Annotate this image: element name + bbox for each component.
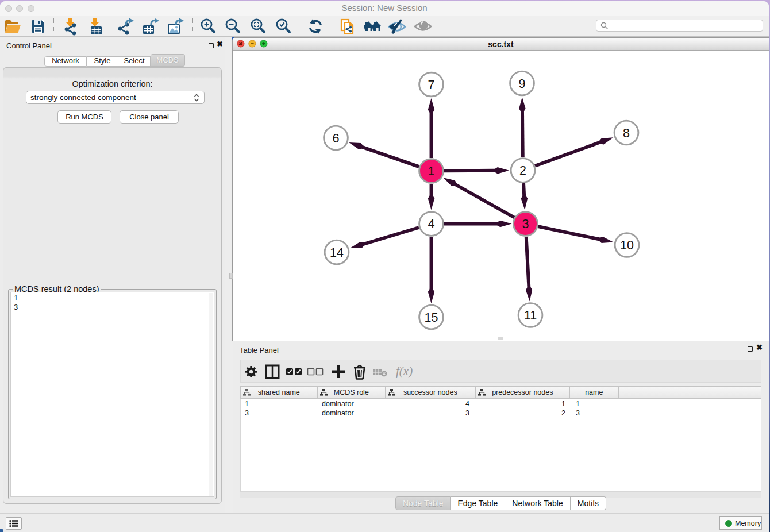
svg-text:3: 3 — [522, 217, 529, 231]
svg-text:9: 9 — [519, 77, 526, 91]
svg-text:7: 7 — [428, 78, 435, 92]
svg-text:10: 10 — [620, 238, 634, 252]
svg-text:14: 14 — [330, 246, 344, 260]
svg-text:4: 4 — [428, 217, 435, 231]
svg-text:15: 15 — [425, 311, 438, 325]
svg-text:11: 11 — [524, 309, 537, 322]
svg-text:8: 8 — [623, 126, 630, 140]
svg-text:1: 1 — [428, 164, 435, 178]
svg-text:6: 6 — [333, 132, 340, 145]
svg-text:2: 2 — [519, 164, 526, 178]
